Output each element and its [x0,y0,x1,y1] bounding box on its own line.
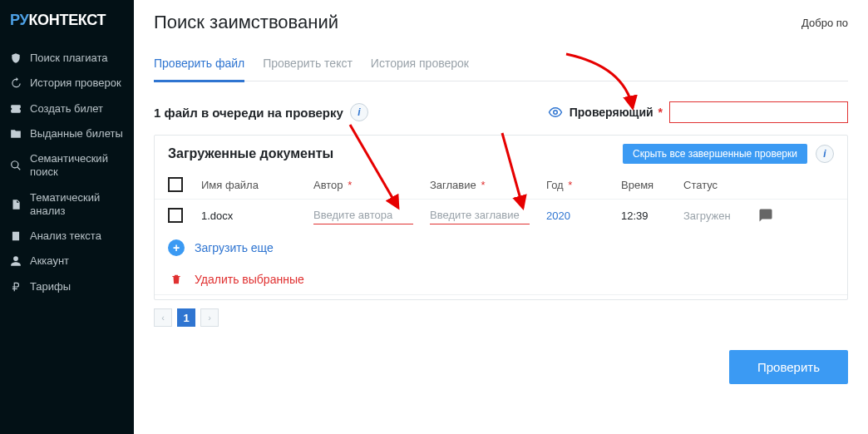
pagination: ‹ 1 › [154,308,848,327]
user-icon [10,255,22,267]
col-status: Статус [683,179,758,191]
page-icon [10,230,22,242]
page-number[interactable]: 1 [177,308,195,327]
tab-check-text[interactable]: Проверить текст [263,57,353,82]
nav-label: Выданные билеты [30,127,123,141]
nav-label: Тарифы [30,280,71,293]
nav-item-semantic-search[interactable]: Семантический поиск [0,146,134,185]
col-filename: Имя файла [201,179,313,191]
queue-info: 1 файл в очереди на проверку i [154,103,368,121]
author-input[interactable] [313,206,413,224]
upload-more-link[interactable]: Загрузить еще [195,241,274,254]
tab-check-file[interactable]: Проверить файл [154,57,244,82]
logo-ru: РУ [10,12,28,28]
delete-selected-link[interactable]: Удалить выбранные [195,273,304,286]
page-title: Поиск заимствований [154,12,338,33]
nav-item-tariffs[interactable]: Тарифы [0,274,134,299]
nav-item-thematic-analysis[interactable]: Тематический анализ [0,185,134,224]
check-button[interactable]: Проверить [729,350,848,384]
page-next-button[interactable]: › [200,308,219,327]
logo: РУКОНТЕКСТ [0,0,134,41]
queue-text: 1 файл в очереди на проверку [154,106,343,120]
nav-label: Тематический анализ [30,191,124,219]
col-author: Автор * [313,179,430,191]
folder-icon [10,128,22,140]
status-row: 1 файл в очереди на проверку i Проверяющ… [154,101,848,123]
logo-context: КОНТЕКСТ [28,12,106,28]
info-icon[interactable]: i [816,145,834,163]
row-checkbox[interactable] [168,208,183,223]
document-icon [10,199,22,210]
card-footer [155,294,847,299]
tabs: Проверить файл Проверить текст История п… [154,57,848,81]
select-all-checkbox[interactable] [168,177,183,192]
nav-list: Поиск плагиата История проверок Создать … [0,41,134,299]
ruble-icon [10,281,22,293]
eye-icon [548,105,563,120]
card-header: Загруженные документы Скрыть все заверше… [155,136,847,170]
sidebar: РУКОНТЕКСТ Поиск плагиата История провер… [0,0,134,434]
tab-history[interactable]: История проверок [371,57,469,82]
history-icon [10,77,22,89]
nav-item-text-analysis[interactable]: Анализ текста [0,224,134,249]
submit-row: Проверить [154,350,848,384]
title-input[interactable] [430,206,530,224]
nav-label: Поиск плагиата [30,52,107,65]
reviewer-group: Проверяющий * [548,101,848,123]
comment-icon[interactable] [758,208,792,223]
cell-status: Загружен [683,210,758,222]
shield-icon [10,52,22,64]
trash-icon[interactable] [168,273,185,286]
main-content: Поиск заимствований Добро по Проверить ф… [134,0,868,434]
nav-item-history[interactable]: История проверок [0,71,134,96]
action-delete-row: Удалить выбранные [155,264,847,294]
welcome-text: Добро по [801,17,848,29]
col-title: Заглавие * [430,179,546,191]
cell-year[interactable]: 2020 [546,210,621,222]
nav-label: Анализ текста [30,229,101,243]
reviewer-label: Проверяющий * [570,106,663,119]
hide-completed-button[interactable]: Скрыть все завершенные проверки [623,144,807,164]
table-row: 1.docx 2020 12:39 Загружен [155,199,847,231]
card-title: Загруженные документы [168,146,333,161]
main-header: Поиск заимствований Добро по [154,0,848,33]
ticket-icon [10,103,22,115]
search-icon [10,160,22,171]
nav-item-account[interactable]: Аккаунт [0,249,134,274]
nav-item-issued-tickets[interactable]: Выданные билеты [0,121,134,146]
svg-point-0 [554,111,558,115]
card-header-right: Скрыть все завершенные проверки i [623,144,834,164]
action-upload-row: + Загрузить еще [155,231,847,264]
reviewer-input[interactable] [669,101,848,123]
nav-label: Аккаунт [30,254,69,268]
page-prev-button[interactable]: ‹ [154,308,172,327]
nav-label: Создать билет [30,102,103,116]
nav-label: Семантический поиск [30,152,124,180]
cell-filename: 1.docx [201,210,313,222]
table-header: Имя файла Автор * Заглавие * Год * Время… [155,170,847,199]
col-time: Время [621,179,683,191]
nav-label: История проверок [30,76,121,90]
add-icon[interactable]: + [168,239,185,256]
documents-card: Загруженные документы Скрыть все заверше… [154,135,848,300]
nav-item-create-ticket[interactable]: Создать билет [0,96,134,121]
nav-item-plagiarism[interactable]: Поиск плагиата [0,46,134,71]
info-icon[interactable]: i [350,103,368,121]
col-year: Год * [546,179,621,191]
cell-time: 12:39 [621,210,683,222]
